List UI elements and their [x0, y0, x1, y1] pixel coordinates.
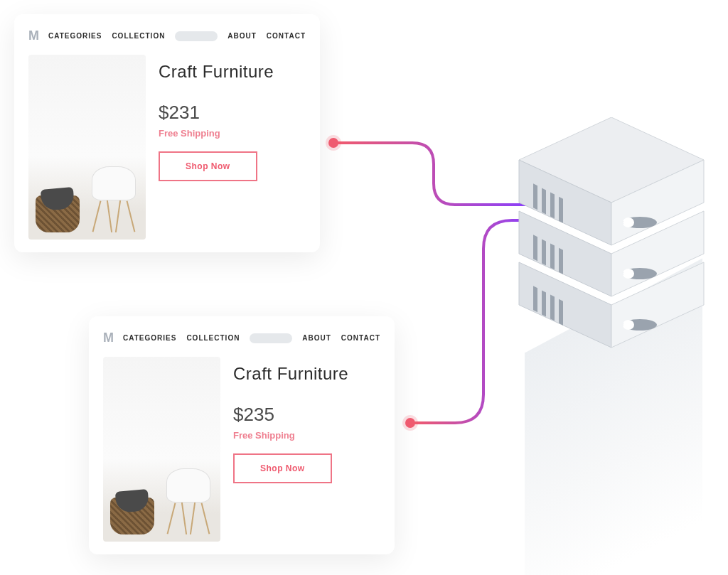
nav-about[interactable]: ABOUT — [302, 334, 331, 342]
svg-rect-22 — [559, 299, 563, 326]
shipping-label: Free Shipping — [159, 128, 306, 139]
basket-icon — [36, 195, 80, 232]
nav-collection[interactable]: COLLECTION — [112, 32, 165, 40]
svg-rect-5 — [550, 193, 555, 219]
nav-categories[interactable]: CATEGORIES — [48, 32, 102, 40]
card-content: Craft Furniture $235 Free Shipping Shop … — [103, 357, 380, 542]
svg-rect-12 — [542, 239, 546, 265]
svg-point-16 — [623, 269, 634, 279]
svg-rect-6 — [559, 197, 563, 223]
shop-now-button[interactable]: Shop Now — [233, 453, 332, 483]
nav-contact[interactable]: CONTACT — [341, 334, 380, 342]
nav-about[interactable]: ABOUT — [228, 32, 257, 40]
svg-rect-11 — [533, 235, 537, 261]
nav-categories[interactable]: CATEGORIES — [123, 334, 176, 342]
svg-rect-3 — [533, 183, 537, 210]
nav-search-pill[interactable] — [250, 333, 292, 343]
nav-bar: M CATEGORIES COLLECTION ABOUT CONTACT — [103, 331, 380, 345]
product-image — [28, 55, 146, 240]
product-card-2: M CATEGORIES COLLECTION ABOUT CONTACT Cr… — [89, 316, 395, 554]
product-info: Craft Furniture $231 Free Shipping Shop … — [159, 55, 306, 240]
product-price: $231 — [159, 102, 306, 124]
svg-rect-14 — [559, 248, 563, 274]
product-card-1: M CATEGORIES COLLECTION ABOUT CONTACT Cr… — [14, 14, 320, 252]
nav-search-pill[interactable] — [175, 31, 218, 41]
nav-contact[interactable]: CONTACT — [267, 32, 306, 40]
svg-point-8 — [623, 217, 634, 227]
nav-bar: M CATEGORIES COLLECTION ABOUT CONTACT — [28, 28, 306, 43]
shop-now-button[interactable]: Shop Now — [159, 151, 257, 181]
svg-rect-20 — [542, 290, 546, 316]
product-price: $235 — [233, 404, 380, 426]
svg-rect-4 — [542, 188, 546, 214]
product-title: Craft Furniture — [233, 364, 380, 384]
shipping-label: Free Shipping — [233, 430, 380, 441]
product-info: Craft Furniture $235 Free Shipping Shop … — [233, 357, 380, 542]
svg-rect-19 — [533, 286, 537, 312]
server-stack-icon — [512, 117, 711, 352]
connector-dot-1 — [328, 138, 338, 148]
logo-icon: M — [28, 28, 38, 43]
connector-dot-2 — [405, 418, 415, 428]
nav-collection[interactable]: COLLECTION — [186, 334, 240, 342]
svg-rect-21 — [550, 295, 555, 321]
chair-icon — [166, 468, 210, 534]
svg-rect-13 — [550, 244, 555, 270]
logo-icon: M — [103, 331, 113, 345]
card-content: Craft Furniture $231 Free Shipping Shop … — [28, 55, 306, 240]
basket-icon — [110, 498, 154, 534]
product-image — [103, 357, 220, 542]
chair-icon — [92, 166, 136, 232]
svg-point-24 — [623, 320, 634, 330]
product-title: Craft Furniture — [159, 62, 306, 82]
